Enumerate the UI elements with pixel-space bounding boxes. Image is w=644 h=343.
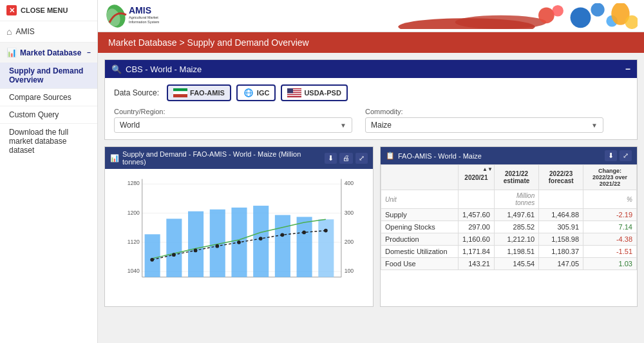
sidebar-item-amis[interactable]: ⌂ AMIS [0, 21, 97, 43]
chart-expand-button[interactable]: ⤢ [355, 153, 368, 164]
row-food-v1: 143.21 [459, 258, 495, 270]
amis-label: AMIS [15, 27, 34, 36]
sidebar-item-market-db[interactable]: 📊 Market Database − [0, 43, 97, 63]
svg-text:1040: 1040 [128, 268, 140, 274]
chart-header: 📊 Supply and Demand - FAO-AMIS - World -… [105, 147, 373, 169]
row-domestic-label: Domestic Utilization [381, 246, 459, 258]
datasource-igc-button[interactable]: IGC [236, 84, 276, 101]
datasource-fao-amis-button[interactable]: FAO-AMIS [167, 84, 231, 101]
svg-text:Agricultural Market: Agricultural Market [129, 15, 158, 19]
igc-icon [243, 88, 254, 97]
svg-rect-48 [253, 206, 269, 277]
svg-point-59 [302, 231, 306, 235]
row-production-label: Production [381, 233, 459, 246]
row-supply-v2: 1,497.61 [494, 209, 538, 221]
svg-text:1200: 1200 [128, 210, 140, 216]
svg-point-55 [215, 244, 219, 248]
sidebar-item-download[interactable]: Download the full market database datase… [0, 124, 97, 159]
market-db-label: Market Database [20, 48, 81, 57]
breadcrumb-text: Market Database > Supply and Demand Over… [108, 37, 309, 48]
svg-point-58 [281, 233, 285, 237]
svg-rect-26 [287, 96, 301, 97]
collapse-filter-button[interactable]: − [625, 64, 630, 74]
country-chevron-icon: ▼ [340, 122, 346, 129]
table-expand-button[interactable]: ⤢ [620, 150, 632, 161]
main-content: AMIS Agricultural Market Information Sys… [98, 0, 644, 343]
svg-text:1280: 1280 [128, 180, 140, 186]
col-sort-1[interactable]: 2020/21 ▲▼ [459, 165, 495, 190]
svg-point-10 [591, 3, 604, 17]
table-row: Domestic Utilization 1,171.84 1,198.51 1… [381, 246, 637, 258]
table-header-row: 2020/21 ▲▼ 2021/22 estimate 2022/23 fore… [381, 165, 637, 190]
row-production-v3: 1,158.98 [539, 233, 583, 246]
header-decoration [182, 3, 638, 29]
svg-rect-27 [287, 88, 293, 93]
unit-label: Unit [381, 190, 459, 209]
commodity-label: Commodity: [365, 108, 603, 115]
row-domestic-v4: -1.51 [583, 246, 637, 258]
svg-point-56 [237, 240, 241, 244]
row-food-label: Food Use [381, 258, 459, 270]
chart-panel: 📊 Supply and Demand - FAO-AMIS - World -… [104, 146, 374, 307]
svg-point-60 [324, 229, 328, 233]
datasource-row: Data Source: FAO-AMIS [114, 84, 628, 101]
table-download-button[interactable]: ⬇ [605, 150, 617, 161]
sidebar: ✕ CLOSE MENU ⌂ AMIS 📊 Market Database − … [0, 0, 98, 343]
amis-logo: AMIS Agricultural Market Information Sys… [104, 3, 182, 29]
table-unit-row: Unit Million tonnes % [381, 190, 637, 209]
svg-point-57 [259, 237, 263, 240]
row-production-v2: 1,212.10 [494, 233, 538, 246]
datasource-usda-button[interactable]: USDA-PSD [281, 84, 347, 101]
col-sort-4[interactable]: Change: 2022/23 over 2021/22 [583, 165, 637, 190]
svg-rect-50 [297, 217, 312, 277]
svg-text:100: 100 [345, 268, 354, 274]
country-label: Country/Region: [114, 108, 352, 115]
country-select[interactable]: World ▼ [114, 117, 352, 133]
commodity-select-group: Commodity: Maize ▼ [365, 108, 603, 133]
table-header-left: 📋 FAO-AMIS - World - Maize [386, 152, 482, 160]
bar-chart-icon: 📊 [6, 48, 17, 57]
commodity-select[interactable]: Maize ▼ [365, 117, 603, 133]
sidebar-item-compare-sources[interactable]: Compare Sources [0, 89, 97, 106]
svg-rect-15 [173, 88, 187, 92]
svg-point-8 [552, 5, 564, 16]
row-food-v3: 147.05 [539, 258, 583, 270]
igc-label: IGC [257, 89, 270, 97]
fao-amis-label: FAO-AMIS [190, 89, 225, 97]
chart-icon: 📊 [110, 154, 119, 162]
table-area: 2020/21 ▲▼ 2021/22 estimate 2022/23 fore… [381, 164, 637, 306]
sidebar-item-supply-demand[interactable]: Supply and Demand Overview [0, 63, 97, 89]
svg-text:400: 400 [345, 180, 354, 186]
sidebar-item-custom-query[interactable]: Custom Query [0, 106, 97, 124]
chart-print-button[interactable]: 🖨 [339, 153, 353, 164]
row-supply-v3: 1,464.88 [539, 209, 583, 221]
filter-header: 🔍 CBS - World - Maize − [105, 60, 637, 78]
row-supply-v1: 1,457.60 [459, 209, 495, 221]
row-opening-label: Opening Stocks [381, 221, 459, 233]
usda-icon [287, 88, 301, 97]
svg-text:AMIS: AMIS [129, 5, 151, 15]
country-select-group: Country/Region: World ▼ [114, 108, 352, 133]
filter-body: Data Source: FAO-AMIS [105, 78, 637, 139]
unit-v3 [539, 190, 583, 209]
close-menu-button[interactable]: ✕ CLOSE MENU [0, 0, 97, 21]
row-food-v2: 145.54 [494, 258, 538, 270]
row-production-v1: 1,160.60 [459, 233, 495, 246]
row-domestic-v1: 1,171.84 [459, 246, 495, 258]
table-header: 📋 FAO-AMIS - World - Maize ⬇ ⤢ [381, 147, 637, 164]
table-row: Production 1,160.60 1,212.10 1,158.98 -4… [381, 233, 637, 246]
svg-point-6 [455, 15, 547, 28]
svg-point-52 [150, 258, 154, 262]
chevron-icon: − [87, 49, 91, 56]
unit-v2: Million tonnes [494, 190, 538, 209]
search-icon: 🔍 [111, 64, 122, 74]
table-row: Supply 1,457.60 1,497.61 1,464.88 -2.19 [381, 209, 637, 221]
col-elements [381, 165, 459, 190]
row-domestic-v2: 1,198.51 [494, 246, 538, 258]
svg-text:200: 200 [345, 239, 354, 245]
table-row: Opening Stocks 297.00 285.52 305.91 7.14 [381, 221, 637, 233]
row-opening-v4: 7.14 [583, 221, 637, 233]
chart-download-button[interactable]: ⬇ [325, 153, 337, 164]
col-sort-2[interactable]: 2021/22 estimate [494, 165, 538, 190]
col-sort-3[interactable]: 2022/23 forecast [539, 165, 583, 190]
